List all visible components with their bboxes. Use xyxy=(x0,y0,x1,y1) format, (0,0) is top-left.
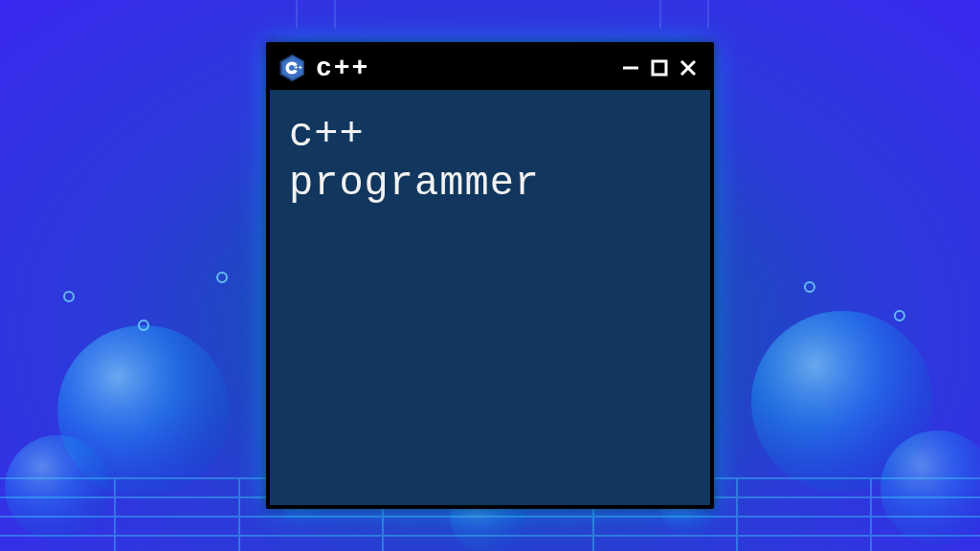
svg-rect-36 xyxy=(295,67,299,68)
svg-rect-40 xyxy=(653,61,666,75)
svg-point-25 xyxy=(805,282,814,292)
svg-point-0 xyxy=(57,325,230,497)
close-button[interactable] xyxy=(678,57,699,78)
svg-point-26 xyxy=(895,311,904,320)
maximize-button[interactable] xyxy=(649,57,670,78)
svg-point-1 xyxy=(751,311,933,493)
titlebar[interactable]: c++ xyxy=(270,46,710,90)
app-window: c++ c++ programmer xyxy=(266,42,714,509)
svg-rect-38 xyxy=(299,67,302,68)
window-controls xyxy=(620,57,699,78)
window-content: c++ programmer xyxy=(270,90,710,505)
window-title: c++ xyxy=(316,54,620,83)
svg-point-3 xyxy=(880,430,980,545)
content-text: c++ programmer xyxy=(289,111,691,209)
svg-point-24 xyxy=(217,273,227,282)
minimize-button[interactable] xyxy=(620,57,641,78)
svg-point-23 xyxy=(139,320,148,330)
svg-point-2 xyxy=(5,435,110,540)
svg-point-27 xyxy=(64,292,74,301)
cpp-logo-icon xyxy=(278,54,306,82)
